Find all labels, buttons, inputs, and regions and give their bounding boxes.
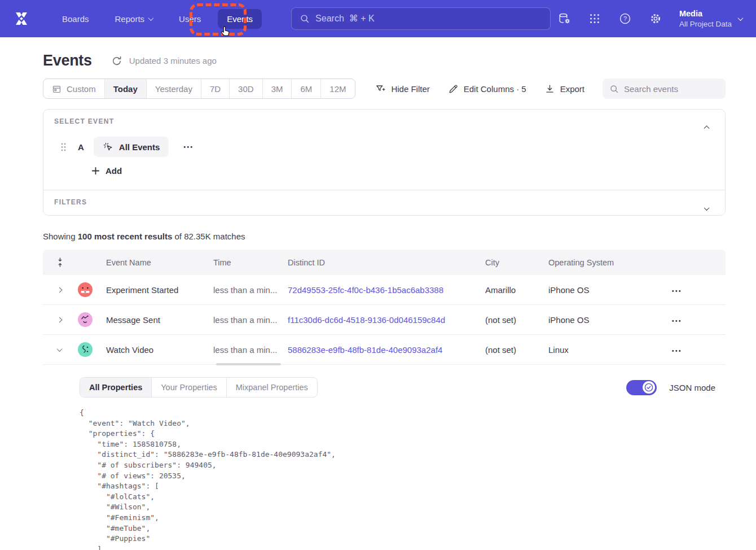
project-info: Media All Project Data (679, 9, 732, 28)
event-time: less than a min... (213, 315, 288, 325)
event-json-viewer: { "event": "Watch Video", "properties": … (80, 408, 715, 550)
nav-utilities: ? Media All Project Data (557, 9, 742, 28)
export-button[interactable]: Export (544, 84, 584, 94)
toolbar-actions: Hide Filter Edit Columns · 5 Export (375, 78, 726, 99)
range-label: Yesterday (155, 84, 192, 94)
tab-all-properties[interactable]: All Properties (80, 378, 152, 397)
collapse-rows-icon (56, 257, 64, 268)
edit-columns-button[interactable]: Edit Columns · 5 (448, 84, 526, 94)
col-header-os: Operating System (548, 258, 670, 267)
json-mode-group: JSON mode (626, 380, 715, 395)
tab-mixpanel-properties[interactable]: Mixpanel Properties (227, 378, 317, 397)
top-nav: Boards Reports Users Events (0, 0, 756, 37)
row-more-options-icon[interactable] (670, 345, 682, 355)
filters-section[interactable]: FILTERS (43, 190, 725, 215)
distinct-id-link[interactable]: f11c30d6-dc6d-4518-9136-0d046159c84d (288, 315, 485, 325)
event-name: Watch Video (106, 345, 213, 355)
range-3m[interactable]: 3M (263, 79, 292, 98)
expand-filters-button[interactable] (705, 203, 711, 209)
range-12m[interactable]: 12M (321, 79, 354, 98)
edit-columns-label: Edit Columns · 5 (464, 84, 526, 94)
events-table: Event Name Time Distinct ID City Operati… (43, 250, 726, 550)
range-label: 30D (238, 84, 254, 94)
search-events-box[interactable] (603, 78, 726, 99)
results-prefix: Showing (43, 232, 78, 241)
check-icon (643, 382, 654, 393)
table-row-expanded[interactable]: Watch Video less than a min... 5886283e-… (43, 335, 726, 365)
range-today[interactable]: Today (105, 79, 147, 98)
global-search[interactable] (291, 7, 551, 30)
nav-item-reports[interactable]: Reports (106, 9, 162, 29)
page-title: Events (43, 52, 92, 69)
mixpanel-logo-icon[interactable] (11, 8, 32, 29)
expand-row-button[interactable] (53, 318, 72, 322)
row-more-options-icon[interactable] (670, 285, 682, 295)
collapse-row-button[interactable] (53, 348, 72, 352)
search-icon (300, 14, 310, 24)
table-row[interactable]: Message Sent less than a min... f11c30d6… (43, 305, 726, 335)
add-event-button[interactable]: Add (91, 166, 122, 176)
nav-item-boards[interactable]: Boards (53, 9, 98, 29)
json-mode-toggle[interactable] (626, 380, 657, 395)
detail-toolbar: All Properties Your Properties Mixpanel … (80, 377, 715, 398)
event-selector-pill[interactable]: All Events (94, 137, 169, 157)
event-avatar (78, 342, 93, 357)
range-yesterday[interactable]: Yesterday (147, 79, 201, 98)
range-label: 3M (271, 84, 283, 94)
settings-gear-icon[interactable] (649, 12, 662, 25)
global-search-input[interactable] (315, 14, 542, 24)
tab-your-properties[interactable]: Your Properties (152, 378, 226, 397)
nav-item-label: Boards (62, 14, 89, 24)
expand-row-button[interactable] (53, 288, 72, 292)
distinct-id-link[interactable]: 72d49553-25fc-4f0c-b436-1b5ac6ab3388 (288, 285, 485, 295)
table-header-row: Event Name Time Distinct ID City Operati… (43, 250, 726, 275)
svg-text:?: ? (623, 15, 627, 22)
row-more-options-icon[interactable] (670, 315, 682, 325)
event-os: iPhone OS (548, 285, 670, 295)
range-custom[interactable]: Custom (43, 79, 105, 98)
nav-item-events[interactable]: Events (218, 9, 262, 29)
col-header-time: Time (213, 258, 288, 267)
project-scope: All Project Data (679, 20, 732, 28)
event-more-options-icon[interactable] (183, 144, 194, 150)
date-range-selector: Custom Today Yesterday 7D 30D 3M 6M 12M (43, 78, 355, 99)
table-row[interactable]: Experiment Started less than a min... 72… (43, 275, 726, 305)
events-page: Boards Reports Users Events (0, 0, 756, 550)
col-header-city: City (485, 258, 548, 267)
chevron-down-icon (57, 346, 63, 352)
spark-cursor-icon (103, 142, 113, 152)
collapse-all-button[interactable] (53, 257, 72, 268)
properties-tabs: All Properties Your Properties Mixpanel … (80, 377, 318, 398)
col-header-event-name: Event Name (106, 258, 213, 267)
event-time: less than a min... (213, 345, 288, 355)
range-label: 6M (300, 84, 312, 94)
event-city: (not set) (485, 345, 548, 355)
event-os: Linux (548, 345, 670, 355)
project-switcher[interactable]: Media All Project Data (679, 9, 742, 28)
download-icon (544, 84, 555, 94)
distinct-id-link[interactable]: 5886283e-e9fb-48fb-81de-40e9093a2af4 (288, 345, 485, 355)
drag-handle-icon[interactable] (60, 142, 67, 152)
range-7d[interactable]: 7D (201, 79, 230, 98)
nav-item-users[interactable]: Users (170, 9, 210, 29)
event-time: less than a min... (213, 285, 288, 295)
search-events-input[interactable] (624, 84, 719, 94)
refresh-icon[interactable] (111, 55, 122, 67)
apps-grid-icon[interactable] (588, 12, 601, 25)
range-label: Today (113, 84, 138, 94)
pencil-icon (448, 84, 459, 94)
horizontal-scrollbar-thumb[interactable] (216, 363, 281, 365)
help-icon[interactable]: ? (618, 12, 632, 25)
range-6m[interactable]: 6M (292, 79, 321, 98)
select-event-section: SELECT EVENT A All Events (43, 110, 725, 190)
select-event-label: SELECT EVENT (54, 117, 714, 125)
event-os: iPhone OS (548, 315, 670, 325)
updated-timestamp: Updated 3 minutes ago (129, 56, 217, 66)
data-management-icon[interactable] (557, 12, 571, 25)
hide-filter-button[interactable]: Hide Filter (375, 84, 429, 94)
export-label: Export (560, 84, 584, 94)
collapse-section-button[interactable] (705, 121, 711, 128)
results-suffix: of 82.35K matches (172, 232, 245, 241)
query-builder-card: SELECT EVENT A All Events (43, 109, 726, 216)
range-30d[interactable]: 30D (230, 79, 263, 98)
